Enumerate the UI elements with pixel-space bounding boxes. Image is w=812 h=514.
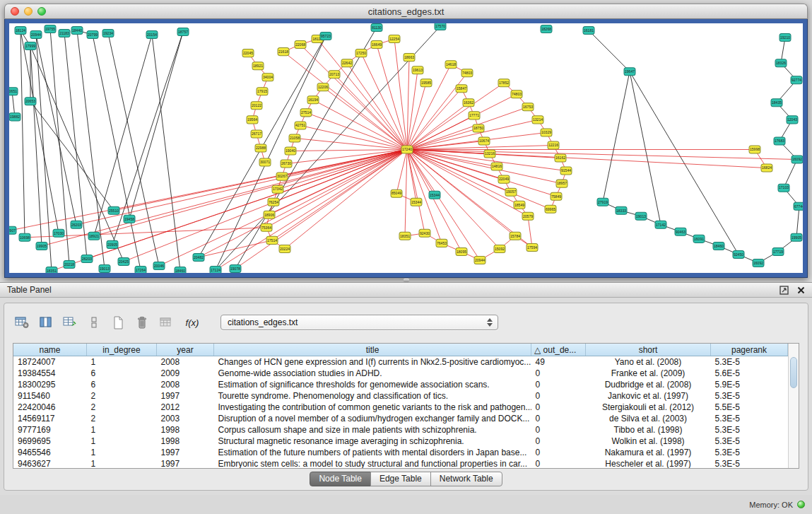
- window-titlebar[interactable]: citations_edges.txt: [4, 4, 808, 19]
- graph-node[interactable]: 14816: [491, 163, 502, 170]
- graph-node[interactable]: 67744: [794, 202, 803, 210]
- graph-node[interactable]: 19013: [635, 212, 647, 220]
- table-row[interactable]: 1872400712008Changes of HCN gene express…: [13, 356, 788, 368]
- graph-node[interactable]: 42751: [295, 122, 306, 129]
- graph-edge[interactable]: [630, 71, 661, 225]
- graph-node[interactable]: 17594: [526, 243, 538, 251]
- graph-node[interactable]: 18750: [473, 124, 484, 132]
- graph-hub-node[interactable]: 17240: [401, 146, 413, 153]
- graph-edge[interactable]: [313, 100, 407, 149]
- column-header-pagerank[interactable]: pagerank: [711, 344, 788, 356]
- graph-edge[interactable]: [796, 206, 799, 238]
- graph-node[interactable]: 16753: [522, 103, 534, 111]
- graph-node[interactable]: 22988: [255, 144, 266, 152]
- graph-node[interactable]: 10329: [541, 129, 552, 136]
- graph-edge[interactable]: [347, 63, 407, 149]
- graph-node[interactable]: 20046: [153, 262, 165, 269]
- graph-edge[interactable]: [528, 216, 532, 247]
- graph-node[interactable]: 16362: [463, 99, 474, 107]
- graph-node[interactable]: 17915: [257, 88, 268, 95]
- graph-node[interactable]: 18957: [556, 180, 567, 187]
- table-options-icon[interactable]: [13, 314, 31, 331]
- graph-node[interactable]: 20653: [25, 98, 36, 105]
- graph-node[interactable]: 20482: [193, 253, 204, 261]
- graph-node[interactable]: 19755: [45, 25, 56, 33]
- graph-node[interactable]: 16194: [307, 96, 319, 104]
- graph-node[interactable]: 16162: [555, 154, 566, 162]
- tab-node-table[interactable]: Node Table: [310, 472, 371, 486]
- table-row[interactable]: 1938455462009Genome-wide association stu…: [13, 368, 788, 379]
- graph-node[interactable]: 18440: [71, 27, 83, 35]
- graph-node[interactable]: 16649: [371, 41, 382, 49]
- graph-edge[interactable]: [407, 88, 461, 149]
- graph-node[interactable]: 16181: [583, 27, 594, 35]
- graph-node[interactable]: 17771: [469, 112, 480, 119]
- graph-edge[interactable]: [87, 150, 407, 259]
- graph-edge[interactable]: [405, 150, 407, 236]
- graph-node[interactable]: 19013: [99, 264, 110, 272]
- graph-edge[interactable]: [407, 94, 517, 149]
- table-scrollbar[interactable]: [788, 344, 799, 468]
- table-row[interactable]: 969969511998Structural magnetic resonanc…: [13, 436, 788, 447]
- graph-node[interactable]: 25510: [108, 206, 119, 214]
- graph-edge[interactable]: [30, 46, 42, 246]
- table-row[interactable]: 911546021997Tourette syndrome. Phenomeno…: [13, 390, 788, 402]
- graph-node[interactable]: 17852: [498, 79, 510, 87]
- graph-node[interactable]: 17342: [272, 185, 283, 193]
- graph-node[interactable]: 17570: [435, 23, 446, 30]
- tab-edge-table[interactable]: Edge Table: [370, 472, 431, 486]
- graph-node[interactable]: 27919: [597, 198, 608, 206]
- graph-node[interactable]: 16824: [761, 164, 772, 172]
- graph-node[interactable]: 18757: [177, 28, 189, 36]
- graph-edge[interactable]: [407, 64, 451, 149]
- graph-edge[interactable]: [407, 145, 553, 149]
- graph-node[interactable]: 19647: [624, 68, 635, 76]
- graph-edge[interactable]: [285, 150, 407, 249]
- graph-node[interactable]: 22045: [242, 49, 254, 57]
- graph-node[interactable]: 76254: [268, 198, 279, 206]
- graph-node[interactable]: 20944: [474, 256, 486, 264]
- column-header-short[interactable]: short: [586, 344, 711, 356]
- graph-edge[interactable]: [295, 138, 407, 149]
- graph-node[interactable]: 27514: [300, 109, 312, 117]
- graph-node[interactable]: 19458: [124, 215, 135, 223]
- graph-edge[interactable]: [290, 150, 407, 151]
- graph-node[interactable]: 18906: [264, 211, 275, 218]
- graph-node[interactable]: 18921: [252, 62, 264, 70]
- graph-node[interactable]: 74803: [511, 90, 522, 98]
- graph-edge[interactable]: [407, 150, 425, 233]
- graph-node[interactable]: 19210: [779, 34, 791, 42]
- graph-edge[interactable]: [396, 150, 407, 194]
- graph-edge[interactable]: [407, 150, 767, 168]
- graph-node[interactable]: 15998: [749, 146, 760, 153]
- graph-node[interactable]: 91544: [560, 167, 572, 175]
- graph-node[interactable]: 15344: [411, 198, 422, 206]
- float-panel-icon[interactable]: [779, 286, 789, 295]
- graph-node[interactable]: 18268: [541, 25, 552, 33]
- graph-node[interactable]: 75364: [261, 223, 272, 231]
- graph-edge[interactable]: [407, 150, 528, 216]
- graph-node[interactable]: 16091: [693, 235, 705, 243]
- graph-node[interactable]: 18663: [404, 54, 415, 62]
- import-table-icon[interactable]: [157, 314, 175, 331]
- graph-node[interactable]: 18907: [9, 226, 16, 234]
- table-row[interactable]: 1456911722003Disruption of a novel membe…: [13, 413, 788, 424]
- graph-node[interactable]: 18333: [616, 206, 627, 214]
- graph-node[interactable]: 18460: [175, 267, 186, 273]
- graph-node[interactable]: 20799: [87, 31, 98, 39]
- graph-edge[interactable]: [30, 46, 124, 262]
- graph-edge[interactable]: [407, 107, 528, 149]
- graph-node[interactable]: 21058: [289, 134, 300, 142]
- graph-node[interactable]: 15784: [510, 232, 521, 240]
- graph-node[interactable]: 22642: [341, 59, 353, 67]
- graph-node[interactable]: 92774: [791, 76, 802, 84]
- graph-node[interactable]: 20224: [279, 245, 290, 252]
- column-header-year[interactable]: year: [157, 344, 214, 356]
- graph-node[interactable]: 18549: [514, 201, 525, 209]
- graph-node[interactable]: 13214: [532, 116, 543, 124]
- graph-edge[interactable]: [216, 36, 326, 270]
- column-header-in_degree[interactable]: in_degree: [87, 344, 157, 356]
- graph-node[interactable]: 18326: [775, 59, 787, 67]
- graph-node[interactable]: 92450: [733, 250, 744, 258]
- graph-node[interactable]: 20154: [146, 31, 158, 39]
